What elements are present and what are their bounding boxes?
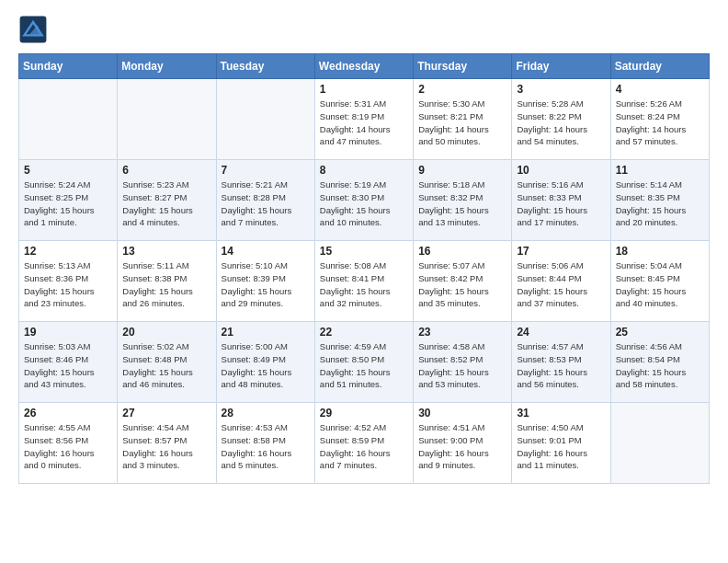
day-info: Sunrise: 5:19 AM Sunset: 8:30 PM Dayligh… [320, 178, 408, 229]
day-number: 2 [418, 83, 506, 96]
calendar-header-tuesday: Tuesday [216, 54, 314, 79]
day-number: 3 [517, 83, 605, 96]
day-info: Sunrise: 4:59 AM Sunset: 8:50 PM Dayligh… [320, 340, 408, 391]
day-info: Sunrise: 5:18 AM Sunset: 8:32 PM Dayligh… [418, 178, 506, 229]
day-info: Sunrise: 5:21 AM Sunset: 8:28 PM Dayligh… [222, 178, 310, 229]
calendar-day-13: 13Sunrise: 5:11 AM Sunset: 8:38 PM Dayli… [118, 241, 216, 322]
calendar-empty-cell [216, 79, 314, 160]
calendar-header-wednesday: Wednesday [314, 54, 413, 79]
calendar-day-31: 31Sunrise: 4:50 AM Sunset: 9:01 PM Dayli… [512, 403, 610, 484]
calendar-header-row: SundayMondayTuesdayWednesdayThursdayFrid… [19, 54, 710, 79]
page: SundayMondayTuesdayWednesdayThursdayFrid… [0, 0, 728, 563]
day-number: 28 [222, 407, 310, 419]
day-number: 8 [320, 164, 408, 177]
day-number: 1 [320, 83, 408, 96]
calendar-day-21: 21Sunrise: 5:00 AM Sunset: 8:49 PM Dayli… [216, 322, 314, 403]
calendar-day-19: 19Sunrise: 5:03 AM Sunset: 8:46 PM Dayli… [19, 322, 118, 403]
calendar-day-23: 23Sunrise: 4:58 AM Sunset: 8:52 PM Dayli… [414, 322, 512, 403]
day-info: Sunrise: 4:52 AM Sunset: 8:59 PM Dayligh… [320, 421, 408, 472]
day-number: 6 [122, 164, 210, 177]
calendar-day-27: 27Sunrise: 4:54 AM Sunset: 8:57 PM Dayli… [118, 403, 216, 484]
calendar-day-2: 2Sunrise: 5:30 AM Sunset: 8:21 PM Daylig… [414, 79, 512, 160]
day-number: 14 [222, 245, 310, 258]
calendar-day-28: 28Sunrise: 4:53 AM Sunset: 8:58 PM Dayli… [216, 403, 314, 484]
day-info: Sunrise: 5:23 AM Sunset: 8:27 PM Dayligh… [122, 178, 210, 229]
day-number: 4 [616, 83, 704, 96]
calendar-day-12: 12Sunrise: 5:13 AM Sunset: 8:36 PM Dayli… [19, 241, 118, 322]
day-number: 16 [418, 245, 506, 258]
day-info: Sunrise: 5:03 AM Sunset: 8:46 PM Dayligh… [24, 340, 112, 391]
calendar-day-26: 26Sunrise: 4:55 AM Sunset: 8:56 PM Dayli… [19, 403, 118, 484]
calendar-day-16: 16Sunrise: 5:07 AM Sunset: 8:42 PM Dayli… [414, 241, 512, 322]
calendar-day-9: 9Sunrise: 5:18 AM Sunset: 8:32 PM Daylig… [414, 160, 512, 241]
logo-icon [18, 15, 48, 44]
day-info: Sunrise: 4:50 AM Sunset: 9:01 PM Dayligh… [517, 421, 605, 472]
day-info: Sunrise: 5:28 AM Sunset: 8:22 PM Dayligh… [517, 98, 605, 148]
day-number: 22 [320, 326, 408, 339]
day-number: 25 [616, 326, 704, 339]
calendar-day-6: 6Sunrise: 5:23 AM Sunset: 8:27 PM Daylig… [118, 160, 216, 241]
day-info: Sunrise: 4:54 AM Sunset: 8:57 PM Dayligh… [122, 421, 210, 472]
day-number: 10 [517, 164, 605, 177]
day-number: 5 [24, 164, 112, 177]
day-info: Sunrise: 5:07 AM Sunset: 8:42 PM Dayligh… [418, 259, 506, 310]
calendar-header-monday: Monday [118, 54, 216, 79]
calendar-day-11: 11Sunrise: 5:14 AM Sunset: 8:35 PM Dayli… [610, 160, 709, 241]
day-info: Sunrise: 5:02 AM Sunset: 8:48 PM Dayligh… [122, 340, 210, 391]
day-number: 18 [616, 245, 704, 258]
day-info: Sunrise: 4:51 AM Sunset: 9:00 PM Dayligh… [418, 421, 506, 472]
calendar-day-24: 24Sunrise: 4:57 AM Sunset: 8:53 PM Dayli… [512, 322, 610, 403]
day-info: Sunrise: 5:31 AM Sunset: 8:19 PM Dayligh… [320, 98, 408, 148]
calendar-day-29: 29Sunrise: 4:52 AM Sunset: 8:59 PM Dayli… [314, 403, 413, 484]
calendar-week-row: 5Sunrise: 5:24 AM Sunset: 8:25 PM Daylig… [19, 160, 710, 241]
day-number: 9 [418, 164, 506, 177]
calendar-week-row: 1Sunrise: 5:31 AM Sunset: 8:19 PM Daylig… [19, 79, 710, 160]
day-info: Sunrise: 5:26 AM Sunset: 8:24 PM Dayligh… [616, 98, 704, 148]
day-info: Sunrise: 5:13 AM Sunset: 8:36 PM Dayligh… [24, 259, 112, 310]
day-info: Sunrise: 4:55 AM Sunset: 8:56 PM Dayligh… [24, 421, 112, 472]
day-number: 21 [222, 326, 310, 339]
day-number: 23 [418, 326, 506, 339]
day-number: 27 [122, 407, 210, 419]
calendar-header-thursday: Thursday [414, 54, 512, 79]
calendar-day-20: 20Sunrise: 5:02 AM Sunset: 8:48 PM Dayli… [118, 322, 216, 403]
calendar-week-row: 19Sunrise: 5:03 AM Sunset: 8:46 PM Dayli… [19, 322, 710, 403]
day-info: Sunrise: 4:53 AM Sunset: 8:58 PM Dayligh… [222, 421, 310, 472]
calendar-header-friday: Friday [512, 54, 610, 79]
day-number: 19 [24, 326, 112, 339]
calendar-empty-cell [610, 403, 709, 484]
day-number: 13 [122, 245, 210, 258]
day-info: Sunrise: 5:24 AM Sunset: 8:25 PM Dayligh… [24, 178, 112, 229]
calendar-week-row: 12Sunrise: 5:13 AM Sunset: 8:36 PM Dayli… [19, 241, 710, 322]
day-number: 30 [418, 407, 506, 419]
day-number: 31 [517, 407, 605, 419]
calendar-day-7: 7Sunrise: 5:21 AM Sunset: 8:28 PM Daylig… [216, 160, 314, 241]
day-info: Sunrise: 4:57 AM Sunset: 8:53 PM Dayligh… [517, 340, 605, 391]
day-number: 24 [517, 326, 605, 339]
calendar-day-17: 17Sunrise: 5:06 AM Sunset: 8:44 PM Dayli… [512, 241, 610, 322]
calendar-day-8: 8Sunrise: 5:19 AM Sunset: 8:30 PM Daylig… [314, 160, 413, 241]
day-number: 20 [122, 326, 210, 339]
calendar-empty-cell [118, 79, 216, 160]
header [18, 15, 710, 44]
day-number: 11 [616, 164, 704, 177]
calendar-day-4: 4Sunrise: 5:26 AM Sunset: 8:24 PM Daylig… [610, 79, 709, 160]
calendar-day-10: 10Sunrise: 5:16 AM Sunset: 8:33 PM Dayli… [512, 160, 610, 241]
calendar-day-3: 3Sunrise: 5:28 AM Sunset: 8:22 PM Daylig… [512, 79, 610, 160]
calendar-header-saturday: Saturday [610, 54, 709, 79]
calendar-day-1: 1Sunrise: 5:31 AM Sunset: 8:19 PM Daylig… [314, 79, 413, 160]
day-number: 7 [222, 164, 310, 177]
day-info: Sunrise: 5:30 AM Sunset: 8:21 PM Dayligh… [418, 98, 506, 148]
day-number: 26 [24, 407, 112, 419]
calendar-week-row: 26Sunrise: 4:55 AM Sunset: 8:56 PM Dayli… [19, 403, 710, 484]
calendar-header-sunday: Sunday [19, 54, 118, 79]
day-info: Sunrise: 5:14 AM Sunset: 8:35 PM Dayligh… [616, 178, 704, 229]
day-info: Sunrise: 5:00 AM Sunset: 8:49 PM Dayligh… [222, 340, 310, 391]
day-number: 15 [320, 245, 408, 258]
calendar-day-5: 5Sunrise: 5:24 AM Sunset: 8:25 PM Daylig… [19, 160, 118, 241]
day-info: Sunrise: 5:08 AM Sunset: 8:41 PM Dayligh… [320, 259, 408, 310]
day-info: Sunrise: 5:16 AM Sunset: 8:33 PM Dayligh… [517, 178, 605, 229]
day-number: 12 [24, 245, 112, 258]
day-info: Sunrise: 4:58 AM Sunset: 8:52 PM Dayligh… [418, 340, 506, 391]
day-info: Sunrise: 4:56 AM Sunset: 8:54 PM Dayligh… [616, 340, 704, 391]
